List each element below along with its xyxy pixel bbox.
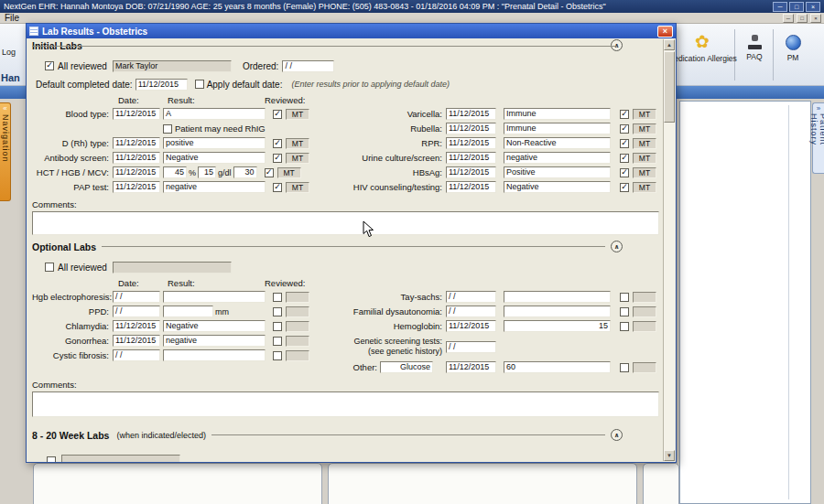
toolbar-pm-button[interactable]: PM xyxy=(776,33,809,62)
varicella-date-field[interactable]: 11/12/2015 xyxy=(446,108,496,120)
gonorrhea-date-field[interactable]: 11/12/2015 xyxy=(113,335,160,347)
d-rh-type-date-field[interactable]: 11/12/2015 xyxy=(113,137,160,149)
chlamydia-date-field[interactable]: 11/12/2015 xyxy=(113,320,160,332)
hgb-electrophoresis-initials-box[interactable] xyxy=(286,292,309,303)
urine-culture-reviewed-checkbox[interactable]: ✓ xyxy=(620,154,629,163)
hemoglobin-initials-box[interactable] xyxy=(633,321,656,332)
d-rh-type-initials-box[interactable]: MT xyxy=(286,138,309,149)
other-reviewed-checkbox[interactable] xyxy=(620,363,629,372)
ppd-result-field[interactable] xyxy=(163,306,213,317)
blood-type-date-field[interactable]: 11/12/2015 xyxy=(113,108,160,120)
pap-test-initials-box[interactable]: MT xyxy=(286,182,309,193)
hgb-field[interactable]: 15 xyxy=(198,166,216,178)
hgb-electrophoresis-date-field[interactable]: / / xyxy=(113,291,160,303)
maximize-icon[interactable]: □ xyxy=(789,2,804,12)
hbsag-date-field[interactable]: 11/12/2015 xyxy=(446,166,496,178)
hct-field[interactable]: 45 xyxy=(163,166,187,178)
optional-all-reviewed-checkbox[interactable] xyxy=(45,263,54,272)
hiv-result-field[interactable]: Negative xyxy=(504,181,611,193)
all-reviewed-by-field[interactable]: Mark Taylor xyxy=(113,60,232,72)
hiv-reviewed-checkbox[interactable]: ✓ xyxy=(620,183,629,192)
gonorrhea-result-field[interactable]: negative xyxy=(163,335,266,347)
antibody-screen-initials-box[interactable]: MT xyxy=(286,153,309,164)
scrollbar-thumb[interactable] xyxy=(664,51,675,123)
rpr-result-field[interactable]: Non-Reactive xyxy=(504,137,611,149)
initial-comments-textarea[interactable] xyxy=(32,211,659,235)
minimize-icon[interactable]: ─ xyxy=(773,2,787,12)
rubella-initials-box[interactable]: MT xyxy=(633,123,656,134)
week820-all-reviewed-checkbox[interactable] xyxy=(47,456,56,463)
hemoglobin-reviewed-checkbox[interactable] xyxy=(620,322,629,331)
pap-test-result-field[interactable]: negative xyxy=(163,181,266,193)
hbsag-reviewed-checkbox[interactable]: ✓ xyxy=(620,168,629,177)
rubella-reviewed-checkbox[interactable]: ✓ xyxy=(620,124,629,134)
ppd-initials-box[interactable] xyxy=(286,306,309,317)
rpr-reviewed-checkbox[interactable]: ✓ xyxy=(620,139,629,148)
scroll-up-icon[interactable]: ▲ xyxy=(664,39,675,50)
chlamydia-result-field[interactable]: Negative xyxy=(163,320,266,332)
collapse-icon[interactable]: ∧ xyxy=(611,429,623,441)
d-rh-type-result-field[interactable]: positive xyxy=(163,137,266,149)
varicella-result-field[interactable]: Immune xyxy=(504,108,611,120)
other-date-field[interactable]: 11/12/2015 xyxy=(446,361,496,373)
default-date-field[interactable]: 11/12/2015 xyxy=(136,79,188,91)
ordered-date-field[interactable]: / / xyxy=(282,60,334,72)
patient-history-tab[interactable]: » Patient History xyxy=(812,102,824,174)
urine-culture-result-field[interactable]: negative xyxy=(504,152,611,164)
child-close-icon[interactable]: × xyxy=(810,14,821,23)
menu-file[interactable]: File xyxy=(5,13,19,23)
hct-hgb-mcv-date-field[interactable]: 11/12/2015 xyxy=(113,166,160,178)
urine-culture-date-field[interactable]: 11/12/2015 xyxy=(446,152,496,164)
familial-dysautonomia-result-field[interactable] xyxy=(504,306,611,317)
ppd-reviewed-checkbox[interactable] xyxy=(273,307,282,316)
d-rh-type-reviewed-checkbox[interactable]: ✓ xyxy=(273,139,282,148)
ppd-date-field[interactable]: / / xyxy=(113,306,160,317)
dialog-scrollbar[interactable]: ▲ ▼ xyxy=(663,39,675,461)
pap-test-date-field[interactable]: 11/12/2015 xyxy=(113,181,160,193)
cystic-fibrosis-date-field[interactable]: / / xyxy=(113,349,160,361)
hct-reviewed-checkbox[interactable]: ✓ xyxy=(265,168,274,177)
rpr-date-field[interactable]: 11/12/2015 xyxy=(446,137,496,149)
hbsag-result-field[interactable]: Positive xyxy=(504,166,611,178)
hiv-date-field[interactable]: 11/12/2015 xyxy=(446,181,496,193)
familial-dysautonomia-date-field[interactable]: / / xyxy=(446,306,496,317)
tay-sachs-reviewed-checkbox[interactable] xyxy=(620,293,629,302)
week820-all-reviewed-by-field[interactable] xyxy=(61,455,180,462)
blood-type-result-field[interactable]: A xyxy=(163,108,266,120)
hiv-initials-box[interactable]: MT xyxy=(633,182,656,193)
rhig-checkbox[interactable] xyxy=(163,124,172,134)
chlamydia-reviewed-checkbox[interactable] xyxy=(273,322,282,331)
gonorrhea-reviewed-checkbox[interactable] xyxy=(273,337,282,346)
tay-sachs-date-field[interactable]: / / xyxy=(446,291,496,303)
antibody-screen-result-field[interactable]: Negative xyxy=(163,152,266,164)
urine-culture-initials-box[interactable]: MT xyxy=(633,153,656,164)
hemoglobin-result-field[interactable]: 15 xyxy=(504,320,611,332)
hemoglobin-date-field[interactable]: 11/12/2015 xyxy=(446,320,496,332)
genetic-screening-date-field[interactable]: / / xyxy=(446,341,496,353)
hct-initials-box[interactable]: MT xyxy=(277,167,301,178)
cystic-fibrosis-result-field[interactable] xyxy=(163,349,266,361)
familial-dysautonomia-reviewed-checkbox[interactable] xyxy=(620,307,629,316)
close-icon[interactable]: × xyxy=(806,2,820,12)
gonorrhea-initials-box[interactable] xyxy=(286,336,309,347)
other-result-field[interactable]: 60 xyxy=(504,361,611,373)
optional-comments-textarea[interactable] xyxy=(32,391,659,417)
hgb-electrophoresis-result-field[interactable] xyxy=(163,291,266,303)
varicella-initials-box[interactable]: MT xyxy=(633,109,656,120)
hgb-electrophoresis-reviewed-checkbox[interactable] xyxy=(273,293,282,302)
scroll-down-icon[interactable]: ▼ xyxy=(664,450,675,461)
rubella-result-field[interactable]: Immune xyxy=(504,123,611,134)
other-initials-box[interactable] xyxy=(633,362,656,373)
cystic-fibrosis-reviewed-checkbox[interactable] xyxy=(273,351,282,360)
rubella-date-field[interactable]: 11/12/2015 xyxy=(446,123,496,134)
collapse-icon[interactable]: ∧ xyxy=(611,241,623,252)
hbsag-initials-box[interactable]: MT xyxy=(633,167,656,178)
mcv-field[interactable]: 30 xyxy=(233,166,257,178)
toolbar-paq-button[interactable]: PAQ xyxy=(738,33,771,61)
child-minimize-icon[interactable]: ─ xyxy=(783,14,794,23)
all-reviewed-checkbox[interactable]: ✓ xyxy=(45,61,54,70)
rpr-initials-box[interactable]: MT xyxy=(633,138,656,149)
chlamydia-initials-box[interactable] xyxy=(286,321,309,332)
antibody-screen-reviewed-checkbox[interactable]: ✓ xyxy=(273,154,282,163)
child-restore-icon[interactable]: □ xyxy=(797,14,808,23)
